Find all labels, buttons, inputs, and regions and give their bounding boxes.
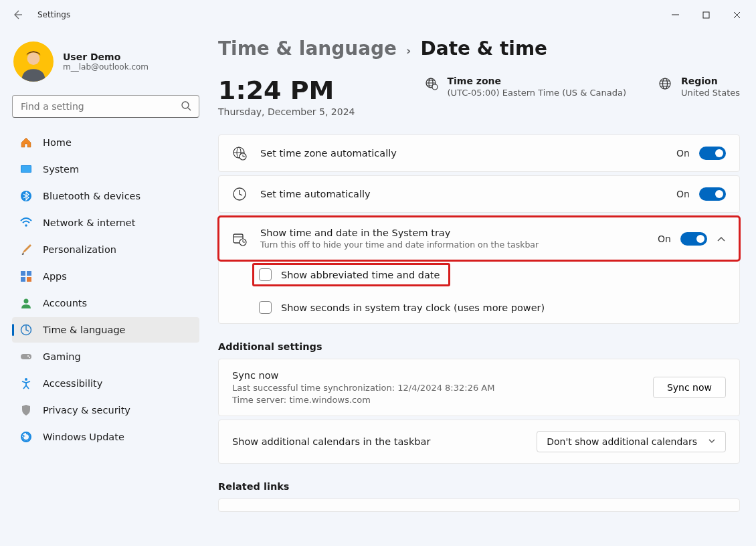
card-related-placeholder	[218, 498, 740, 512]
profile-email: m__lab@outlook.com	[63, 62, 149, 72]
nav-home[interactable]: Home	[12, 130, 199, 155]
toggle-time-auto[interactable]	[699, 187, 726, 201]
nav: Home System Bluetooth & devices Network …	[12, 130, 199, 450]
back-button[interactable]	[11, 8, 24, 21]
nav-label: Personalization	[43, 244, 116, 255]
svg-rect-13	[21, 354, 31, 359]
nav-apps[interactable]: Apps	[12, 264, 199, 289]
system-icon	[20, 163, 32, 175]
nav-network[interactable]: Network & internet	[12, 210, 199, 236]
card-sync: Sync now Last successful time synchroniz…	[218, 359, 740, 416]
calendar-clock-icon	[232, 232, 247, 246]
main-content: Time & language › Date & time 1:24 PM Th…	[207, 29, 756, 546]
minimize-button[interactable]	[660, 4, 690, 25]
nav-accessibility[interactable]: Accessibility	[12, 371, 199, 396]
nav-accounts[interactable]: Accounts	[12, 290, 199, 316]
sync-now-button[interactable]: Sync now	[653, 377, 726, 398]
tz-label: Time zone	[448, 76, 626, 86]
toggle-state: On	[658, 234, 671, 244]
wifi-icon	[20, 217, 32, 229]
gamepad-icon	[20, 351, 32, 363]
checkbox-seconds[interactable]	[259, 301, 272, 314]
svg-point-2	[182, 102, 189, 108]
profile-block[interactable]: User Demo m__lab@outlook.com	[12, 37, 199, 95]
sidebar: User Demo m__lab@outlook.com Home System…	[0, 29, 207, 546]
checkbox-label: Show abbreviated time and date	[281, 270, 440, 280]
nav-system[interactable]: System	[12, 157, 199, 182]
region-icon	[658, 77, 672, 90]
nav-label: Accounts	[43, 298, 87, 308]
svg-rect-8	[27, 271, 31, 276]
nav-label: Time & language	[43, 325, 126, 335]
globe-clock-icon	[232, 146, 247, 161]
toggle-state: On	[676, 148, 690, 159]
region-block: Region United States	[658, 76, 740, 98]
close-button[interactable]	[721, 4, 752, 25]
sync-title: Sync now	[232, 370, 494, 381]
sync-server: Time server: time.windows.com	[232, 395, 494, 405]
chevron-down-icon	[708, 436, 716, 447]
toggle-tz-auto[interactable]	[699, 147, 726, 160]
nav-update[interactable]: Windows Update	[12, 424, 199, 450]
profile-name: User Demo	[63, 52, 149, 62]
region-label: Region	[681, 76, 740, 86]
nav-time-language[interactable]: Time & language	[12, 317, 199, 343]
section-related: Related links	[218, 481, 740, 492]
tz-value: (UTC-05:00) Eastern Time (US & Canada)	[448, 88, 626, 98]
svg-point-20	[432, 84, 438, 90]
maximize-button[interactable]	[690, 4, 721, 25]
nav-label: Bluetooth & devices	[43, 191, 140, 201]
nav-label: Accessibility	[43, 378, 102, 389]
nav-label: Windows Update	[43, 432, 124, 442]
calendars-select[interactable]: Don't show additional calendars	[537, 431, 726, 452]
checkbox-abbreviated[interactable]	[259, 268, 272, 281]
row-subtitle: Turn this off to hide your time and date…	[260, 240, 644, 250]
person-icon	[20, 297, 32, 309]
nav-label: Gaming	[43, 351, 81, 362]
calendars-label: Show additional calendars in the taskbar	[232, 436, 523, 447]
section-additional: Additional settings	[218, 341, 740, 352]
bluetooth-icon	[20, 190, 32, 202]
toggle-tray[interactable]	[680, 232, 707, 246]
svg-point-11	[24, 299, 29, 304]
clock-icon	[232, 187, 247, 201]
accessibility-icon	[20, 377, 32, 389]
nav-label: System	[43, 164, 79, 175]
titlebar: Settings	[0, 0, 756, 29]
globe-icon	[425, 77, 438, 90]
row-show-seconds[interactable]: Show seconds in system tray clock (uses …	[219, 292, 739, 323]
checkbox-label: Show seconds in system tray clock (uses …	[281, 302, 545, 313]
current-date: Thursday, December 5, 2024	[218, 106, 355, 117]
current-time: 1:24 PM	[218, 76, 355, 105]
avatar	[13, 41, 54, 82]
svg-rect-4	[21, 166, 31, 172]
svg-rect-9	[21, 277, 25, 282]
row-title: Set time automatically	[260, 189, 663, 199]
row-tray-header[interactable]: Show time and date in the System tray Tu…	[219, 217, 739, 260]
search-input[interactable]	[12, 95, 199, 118]
row-abbreviated[interactable]: Show abbreviated time and date	[252, 263, 450, 286]
window-title: Settings	[37, 10, 70, 19]
sync-last: Last successful time synchronization: 12…	[232, 383, 494, 393]
search-icon	[181, 100, 191, 114]
svg-point-6	[25, 224, 27, 227]
nav-label: Network & internet	[43, 217, 135, 228]
svg-rect-7	[21, 271, 25, 276]
nav-personalization[interactable]: Personalization	[12, 237, 199, 262]
toggle-state: On	[676, 189, 690, 199]
breadcrumb-parent[interactable]: Time & language	[218, 37, 397, 60]
home-icon	[20, 136, 32, 149]
nav-bluetooth[interactable]: Bluetooth & devices	[12, 183, 199, 209]
nav-gaming[interactable]: Gaming	[12, 344, 199, 369]
row-title: Set time zone automatically	[260, 148, 663, 159]
apps-icon	[20, 270, 32, 282]
breadcrumb: Time & language › Date & time	[218, 35, 740, 60]
region-value: United States	[681, 88, 740, 98]
shield-icon	[20, 404, 32, 416]
chevron-up-icon[interactable]	[717, 234, 726, 244]
nav-privacy[interactable]: Privacy & security	[12, 397, 199, 423]
nav-label: Apps	[43, 271, 67, 282]
card-tray: Show time and date in the System tray Tu…	[218, 216, 740, 324]
row-title: Show time and date in the System tray	[260, 227, 644, 238]
svg-point-15	[29, 357, 30, 358]
